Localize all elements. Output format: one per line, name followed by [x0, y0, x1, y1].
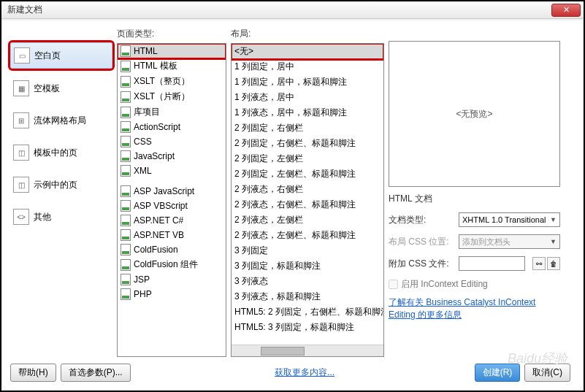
- layout-item[interactable]: 1 列液态，居中，标题和脚注: [232, 105, 383, 120]
- page-type-item[interactable]: ColdFusion 组件: [118, 257, 226, 272]
- page-type-item[interactable]: JSP: [118, 272, 226, 287]
- create-button[interactable]: 创建(R): [475, 364, 521, 382]
- file-icon: [121, 91, 131, 103]
- page-type-item-label: JSP: [134, 274, 150, 285]
- page-type-item-label: ColdFusion: [134, 245, 178, 255]
- page-type-header: 页面类型:: [117, 28, 226, 40]
- layout-css-label: 布局 CSS 位置:: [389, 236, 454, 248]
- page-type-item[interactable]: CSS: [118, 134, 226, 149]
- layout-item[interactable]: 3 列固定: [232, 243, 383, 258]
- sidebar-item-label: 空模板: [34, 82, 60, 95]
- layout-item[interactable]: 2 列液态，右侧栏: [232, 182, 383, 197]
- other-icon: <>: [13, 209, 29, 225]
- sample-page-icon: ◫: [13, 177, 29, 193]
- close-icon: ✕: [563, 5, 570, 15]
- layout-item[interactable]: 3 列液态，标题和脚注: [232, 289, 383, 304]
- page-type-item-label: HTML 模板: [134, 60, 177, 72]
- page-type-item[interactable]: 库项目: [118, 104, 226, 120]
- layout-header: 布局:: [231, 28, 384, 40]
- page-type-item[interactable]: ASP.NET C#: [118, 213, 226, 228]
- layout-item[interactable]: 3 列固定，标题和脚注: [232, 258, 383, 274]
- horizontal-scrollbar[interactable]: [232, 345, 383, 356]
- page-type-item-label: ASP.NET VB: [134, 230, 184, 240]
- attach-css-input[interactable]: [459, 256, 525, 271]
- page-type-item[interactable]: ActionScript: [118, 120, 226, 134]
- layout-item[interactable]: 2 列固定，左侧栏: [232, 151, 383, 166]
- link-css-button[interactable]: ⚯: [532, 257, 546, 270]
- scroll-thumb[interactable]: [261, 347, 305, 356]
- layout-item[interactable]: 1 列固定，居中，标题和脚注: [232, 74, 383, 90]
- file-icon: [121, 244, 131, 255]
- page-type-listbox[interactable]: HTMLHTML 模板XSLT（整页）XSLT（片断）库项目ActionScri…: [117, 43, 226, 357]
- page-type-item[interactable]: XSLT（片断）: [118, 89, 226, 104]
- enable-ice-checkbox: [389, 280, 398, 289]
- template-page-icon: ◫: [13, 145, 29, 161]
- file-icon: [121, 229, 131, 241]
- layout-item[interactable]: 1 列固定，居中: [232, 59, 383, 74]
- page-type-item[interactable]: PHP: [118, 287, 226, 301]
- doctype-select[interactable]: XHTML 1.0 Transitional ▼: [459, 212, 560, 227]
- trash-icon: 🗑: [550, 260, 557, 268]
- file-icon: [121, 107, 131, 118]
- page-icon: ▭: [14, 47, 30, 64]
- page-type-item[interactable]: ColdFusion: [118, 242, 226, 257]
- layout-item[interactable]: 2 列固定，右侧栏: [232, 120, 383, 136]
- layout-css-select: 添加到文档头 ▼: [459, 234, 560, 249]
- close-button[interactable]: ✕: [551, 4, 581, 17]
- page-type-item[interactable]: HTML: [118, 44, 226, 58]
- right-pane: <无预览> HTML 文档 文档类型: XHTML 1.0 Transition…: [389, 28, 560, 364]
- page-type-item-label: ASP JavaScript: [134, 186, 194, 196]
- layout-item[interactable]: 1 列液态，居中: [232, 90, 383, 105]
- chevron-down-icon: ▼: [550, 216, 557, 223]
- sidebar-item-label: 流体网格布局: [34, 115, 86, 127]
- sidebar-item-other[interactable]: <> 其他: [10, 204, 112, 229]
- sidebar-item-blank-page[interactable]: ▭ 空白页: [10, 42, 112, 69]
- page-type-item[interactable]: ASP JavaScript: [118, 184, 226, 199]
- layout-item[interactable]: HTML5: 2 列固定，右侧栏、标题和脚注: [232, 304, 383, 320]
- page-type-item[interactable]: XML: [118, 164, 226, 178]
- layout-item[interactable]: 3 列液态: [232, 274, 383, 289]
- fluid-icon: ⊞: [13, 112, 29, 128]
- page-type-item-label: ASP VBScript: [134, 201, 188, 211]
- doctype-value: XHTML 1.0 Transitional: [462, 215, 546, 224]
- layout-listbox[interactable]: <无>1 列固定，居中1 列固定，居中，标题和脚注1 列液态，居中1 列液态，居…: [231, 43, 384, 357]
- preferences-button[interactable]: 首选参数(P)...: [61, 364, 131, 382]
- file-icon: [121, 185, 131, 197]
- sidebar-item-sample-page[interactable]: ◫ 示例中的页: [10, 172, 112, 197]
- page-type-item-label: XSLT（整页）: [134, 75, 190, 88]
- cancel-button[interactable]: 取消(C): [524, 364, 570, 382]
- page-type-item[interactable]: ASP.NET VB: [118, 228, 226, 242]
- layout-item[interactable]: 2 列固定，右侧栏、标题和脚注: [232, 136, 383, 151]
- sidebar-item-fluid-grid[interactable]: ⊞ 流体网格布局: [10, 108, 112, 133]
- sidebar-item-label: 其他: [34, 211, 51, 223]
- layout-item[interactable]: 2 列液态，左侧栏、标题和脚注: [232, 228, 383, 243]
- ice-learn-more-link[interactable]: 了解有关 Business Catalyst InContext Editing…: [389, 296, 560, 321]
- file-icon: [121, 200, 131, 212]
- layout-item[interactable]: 2 列液态，右侧栏、标题和脚注: [232, 197, 383, 212]
- layout-item[interactable]: HTML5: 3 列固定，标题和脚注: [232, 320, 383, 335]
- get-more-content-link[interactable]: 获取更多内容...: [275, 366, 334, 379]
- page-type-item[interactable]: ASP VBScript: [118, 199, 226, 213]
- dialog-body: ▭ 空白页 ▦ 空模板 ⊞ 流体网格布局 ◫ 模板中的页 ◫ 示例中的页: [3, 20, 582, 389]
- page-type-item-label: PHP: [134, 289, 152, 299]
- chevron-down-icon: ▼: [550, 238, 557, 245]
- dialog-title: 新建文档: [4, 4, 551, 16]
- help-button[interactable]: 帮助(H): [10, 364, 56, 382]
- layout-css-value: 添加到文档头: [462, 237, 511, 247]
- page-type-item[interactable]: JavaScript: [118, 149, 226, 164]
- layout-item[interactable]: 2 列固定，左侧栏、标题和脚注: [232, 166, 383, 182]
- preview-box: <无预览>: [389, 41, 560, 187]
- file-icon: [121, 150, 131, 162]
- file-icon: [121, 136, 131, 147]
- sidebar-item-template-page[interactable]: ◫ 模板中的页: [10, 140, 112, 165]
- page-type-item[interactable]: XSLT（整页）: [118, 74, 226, 89]
- sidebar-item-label: 空白页: [34, 50, 61, 62]
- remove-css-button[interactable]: 🗑: [547, 257, 560, 270]
- preview-caption: HTML 文档: [389, 193, 560, 205]
- page-type-item[interactable]: HTML 模板: [118, 58, 226, 74]
- sidebar-item-blank-template[interactable]: ▦ 空模板: [10, 76, 112, 101]
- layout-item[interactable]: 2 列液态，左侧栏: [232, 212, 383, 228]
- file-icon: [121, 61, 131, 72]
- grid-icon: ▦: [13, 80, 29, 96]
- layout-item[interactable]: <无>: [232, 44, 383, 59]
